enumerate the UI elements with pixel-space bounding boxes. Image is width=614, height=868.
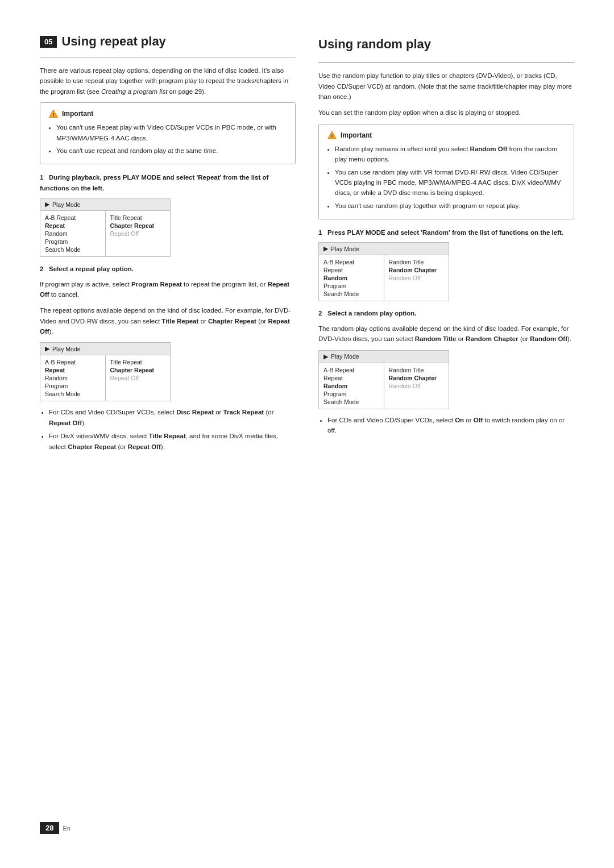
left-intro: There are various repeat play options, d… — [40, 65, 296, 97]
right-table2-r4c1: Program — [323, 390, 379, 398]
left-table1-r1c2: Title Repeat — [110, 214, 166, 222]
right-important-title: ! Important — [327, 130, 566, 140]
left-table1-header: ▶ Play Mode — [40, 198, 170, 211]
svg-text:!: ! — [331, 133, 333, 139]
left-table1-col1: A-B Repeat Repeat Random Program Search … — [40, 211, 105, 256]
left-table2-r3c2: Repeat Off — [110, 374, 166, 382]
left-table1-r4c1: Program — [45, 238, 101, 246]
right-warning-icon: ! — [327, 130, 337, 140]
left-important-title: ! Important — [48, 109, 287, 119]
left-table2-r1c1: A-B Repeat — [45, 358, 101, 366]
right-table2-col2: Random Title Random Chapter Random Off — [384, 363, 449, 409]
right-section-title: Using random play — [318, 34, 574, 54]
right-table1: ▶ Play Mode A-B Repeat Repeat Random Pro… — [318, 242, 449, 301]
right-intro1: Use the random play function to play tit… — [318, 70, 574, 102]
left-table2-header: ▶ Play Mode — [40, 343, 170, 355]
left-important-list: You can't use Repeat play with Video CD/… — [48, 122, 287, 156]
right-step2-body: The random play options available depend… — [318, 323, 574, 344]
left-section-title: Using repeat play — [61, 34, 165, 49]
right-step2: 2 Select a random play option. The rando… — [318, 308, 574, 435]
right-table1-r2c1: Repeat — [323, 266, 379, 274]
play-mode-icon: ▶ — [45, 201, 49, 208]
right-table2-r3c1: Random — [323, 382, 379, 390]
right-column: Using random play Use the random play fu… — [318, 34, 574, 805]
right-step1: 1 Press PLAY MODE and select 'Random' fr… — [318, 227, 574, 301]
right-table1-col1: A-B Repeat Repeat Random Program Search … — [319, 255, 384, 301]
page-lang: En — [63, 825, 70, 832]
left-column: 05 Using repeat play There are various r… — [40, 34, 296, 805]
left-table2-r1c2: Title Repeat — [110, 358, 166, 366]
left-table2-body: A-B Repeat Repeat Random Program Search … — [40, 355, 170, 401]
right-table1-r5c2 — [389, 283, 445, 284]
left-table1-r2c2: Chapter Repeat — [110, 222, 166, 230]
right-table2-body: A-B Repeat Repeat Random Program Search … — [319, 363, 449, 409]
left-table1-r3c2: Repeat Off — [110, 230, 166, 238]
left-table2-r2c2: Chapter Repeat — [110, 366, 166, 374]
right-play-mode-icon: ▶ — [323, 245, 328, 252]
left-table1-r5c2 — [110, 239, 166, 240]
right-table1-r1c2: Random Title — [389, 258, 445, 266]
right-table1-r5c1: Search Mode — [323, 290, 379, 298]
right-table2-header-label: Play Mode — [331, 353, 359, 360]
right-step1-heading: 1 Press PLAY MODE and select 'Random' fr… — [318, 227, 574, 238]
right-important-box: ! Important Random play remains in effec… — [318, 124, 574, 219]
columns: 05 Using repeat play There are various r… — [40, 34, 574, 805]
right-step2-heading: 2 Select a random play option. — [318, 308, 574, 318]
left-table2: ▶ Play Mode A-B Repeat Repeat Random Pro… — [40, 342, 171, 401]
play-mode-icon-2: ▶ — [45, 345, 49, 352]
right-important-list: Random play remains in effect until you … — [327, 144, 566, 211]
left-step2-heading: 2 Select a repeat play option. — [40, 264, 296, 274]
left-table1-r3c1: Random — [45, 230, 101, 238]
right-play-mode-icon-2: ▶ — [323, 353, 328, 360]
left-table2-r5c1: Search Mode — [45, 390, 101, 398]
left-table1-r5c1: Search Mode — [45, 246, 101, 254]
left-step1-heading: 1 During playback, press PLAY MODE and s… — [40, 172, 296, 193]
right-table2-header: ▶ Play Mode — [319, 351, 449, 363]
left-table2-r3c1: Random — [45, 374, 101, 382]
left-important-item-1: You can't use Repeat play with Video CD/… — [56, 122, 287, 143]
left-bullet-2: For DivX video/WMV discs, select Title R… — [49, 431, 296, 452]
right-intro2: You can set the random play option when … — [318, 107, 574, 118]
left-section-title-wrap: 05 Using repeat play — [40, 34, 296, 49]
right-table1-r3c2: Random Off — [389, 274, 445, 282]
right-divider — [318, 62, 574, 63]
left-table2-header-label: Play Mode — [52, 346, 81, 352]
left-divider — [40, 57, 296, 57]
page-number-wrap: 28 En — [40, 822, 574, 834]
svg-text:!: ! — [53, 112, 55, 118]
right-table1-r4c1: Program — [323, 282, 379, 290]
right-important-item-1: Random play remains in effect until you … — [335, 144, 566, 165]
right-bullet-1: For CDs and Video CD/Super VCDs, select … — [327, 415, 574, 436]
left-table1-r1c1: A-B Repeat — [45, 214, 101, 222]
left-step1: 1 During playback, press PLAY MODE and s… — [40, 172, 296, 257]
right-table2: ▶ Play Mode A-B Repeat Repeat Random Pro… — [318, 350, 449, 409]
right-table1-r3c1: Random — [323, 274, 379, 282]
left-step2: 2 Select a repeat play option. If progra… — [40, 264, 296, 452]
right-table2-r2c1: Repeat — [323, 374, 379, 382]
right-table2-r1c2: Random Title — [389, 366, 445, 374]
right-table2-r2c2: Random Chapter — [389, 374, 445, 382]
left-table1-col2: Title Repeat Chapter Repeat Repeat Off — [105, 211, 171, 256]
left-table2-r5c2 — [110, 383, 166, 384]
right-important-item-3: You can't use random play together with … — [335, 201, 566, 211]
right-table1-header: ▶ Play Mode — [319, 243, 449, 255]
left-important-box: ! Important You can't use Repeat play wi… — [40, 102, 296, 164]
right-table1-r1c1: A-B Repeat — [323, 258, 379, 266]
left-step2-body2: The repeat options available depend on t… — [40, 305, 296, 337]
right-table1-r2c2: Random Chapter — [389, 266, 445, 274]
right-important-item-2: You can use random play with VR format D… — [335, 167, 566, 198]
left-step2-body1: If program play is active, select Progra… — [40, 279, 296, 300]
left-table2-r4c1: Program — [45, 382, 101, 390]
right-table1-body: A-B Repeat Repeat Random Program Search … — [319, 255, 449, 301]
section-badge: 05 — [40, 36, 57, 48]
right-bullets: For CDs and Video CD/Super VCDs, select … — [318, 415, 574, 436]
left-table1: ▶ Play Mode A-B Repeat Repeat Random Pro… — [40, 198, 171, 257]
page-number-badge: 28 — [40, 822, 59, 834]
left-important-label: Important — [62, 110, 93, 118]
right-important-label: Important — [341, 131, 372, 139]
left-table2-r2c1: Repeat — [45, 366, 101, 374]
left-important-item-2: You can't use repeat and random play at … — [56, 146, 287, 156]
page: 05 Using repeat play There are various r… — [0, 0, 614, 868]
left-table2-col1: A-B Repeat Repeat Random Program Search … — [40, 355, 105, 401]
warning-icon: ! — [48, 109, 59, 119]
